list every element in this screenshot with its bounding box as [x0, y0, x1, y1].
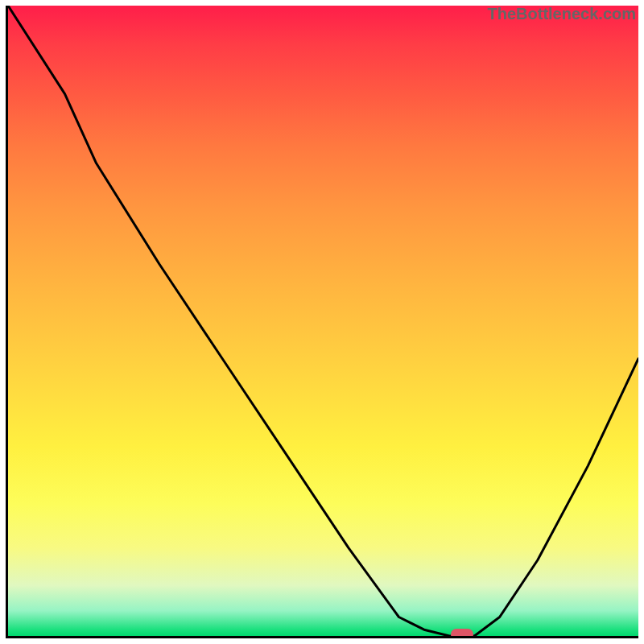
- optimal-point-marker: [451, 629, 473, 638]
- bottleneck-curve: [8, 6, 638, 636]
- chart-svg: [8, 6, 638, 636]
- chart-plot-area: [6, 6, 638, 638]
- watermark-text: TheBottleneck.com: [488, 5, 636, 23]
